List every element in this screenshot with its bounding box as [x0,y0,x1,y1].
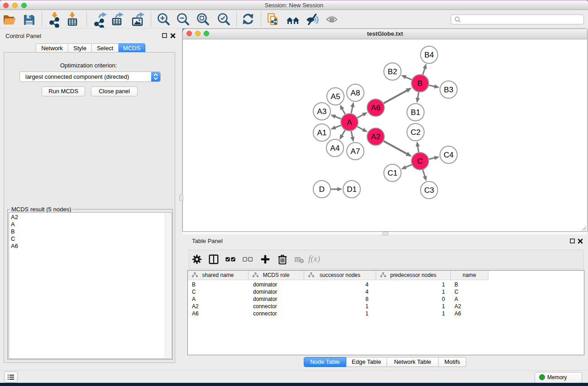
svg-text:C1: C1 [387,169,397,177]
svg-text:C: C [417,157,423,166]
svg-text:A5: A5 [331,92,340,101]
svg-text:C3: C3 [424,186,434,195]
svg-text:D: D [319,185,325,194]
svg-text:B: B [417,79,422,88]
svg-text:B4: B4 [425,51,434,59]
svg-text:A7: A7 [351,147,360,156]
svg-text:B1: B1 [411,108,421,117]
svg-text:A3: A3 [317,107,327,116]
svg-text:D1: D1 [347,185,357,194]
svg-text:A: A [347,118,352,127]
svg-text:B2: B2 [388,67,397,76]
svg-text:A4: A4 [330,144,340,152]
svg-text:A2: A2 [371,133,381,141]
svg-text:A1: A1 [317,129,327,137]
svg-text:A8: A8 [351,89,360,97]
svg-text:A6: A6 [371,104,381,112]
svg-text:B3: B3 [444,86,454,94]
svg-text:C4: C4 [444,151,454,159]
svg-text:C2: C2 [411,128,421,137]
